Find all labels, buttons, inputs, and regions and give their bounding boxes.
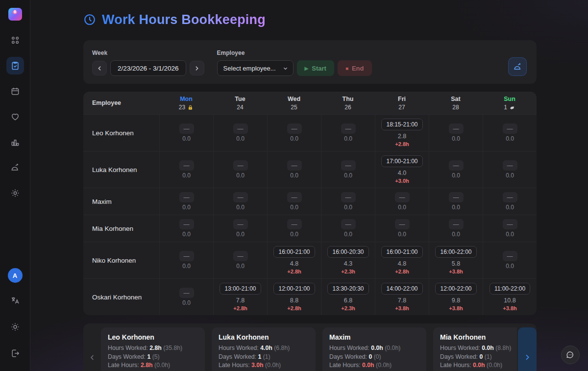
summary-employee-name: Maxim	[329, 333, 419, 341]
chat-button[interactable]	[561, 346, 580, 364]
shift-hours: 0.0	[506, 135, 514, 142]
sidebar-item-language[interactable]	[6, 292, 24, 309]
sidebar-item-bookkeeping[interactable]	[6, 57, 24, 74]
carousel-next-button[interactable]	[518, 327, 537, 371]
shift-time-chip[interactable]: 13:30-20:30	[327, 283, 368, 295]
sidebar-item-theme[interactable]	[6, 318, 24, 336]
shift-time-chip[interactable]: 17:00-21:00	[381, 155, 422, 167]
table-row: Leo Korhonen—0.0—0.0—0.0—0.018:15-21:002…	[83, 115, 537, 151]
prev-week-button[interactable]	[92, 61, 107, 75]
add-shift-chip[interactable]: —	[179, 124, 194, 134]
add-shift-chip[interactable]: —	[503, 219, 517, 229]
add-shift-chip[interactable]: —	[233, 251, 248, 261]
empty-shift-cell: —0.0	[159, 151, 213, 188]
shift-cell: 16:00-20:304.3+2.3h	[321, 242, 375, 278]
add-shift-chip[interactable]: —	[395, 192, 410, 202]
sidebar-item-schedule[interactable]	[6, 82, 24, 100]
sidebar-item-favorites[interactable]	[6, 108, 24, 125]
next-week-button[interactable]	[190, 61, 204, 75]
sidebar-item-reports[interactable]	[6, 133, 24, 151]
shift-time-chip[interactable]: 16:00-21:00	[381, 246, 422, 258]
hours-worked-line: Hours Worked: 0.0h (8.8h)	[440, 345, 517, 351]
add-shift-chip[interactable]: —	[233, 124, 248, 134]
shift-bonus-hours: +3.8h	[395, 305, 409, 311]
days-worked-line: Days Worked: 0 (0)	[329, 353, 419, 360]
carousel-prev-button[interactable]	[83, 327, 101, 371]
add-shift-chip[interactable]: —	[503, 124, 517, 134]
add-shift-chip[interactable]: —	[503, 192, 517, 202]
shift-time-chip[interactable]: 12:00-22:00	[435, 283, 476, 295]
add-shift-chip[interactable]: —	[233, 219, 248, 229]
add-shift-chip[interactable]: —	[449, 124, 464, 134]
add-shift-chip[interactable]: —	[503, 160, 517, 171]
add-shift-chip[interactable]: —	[341, 160, 356, 171]
shift-time-chip[interactable]: 14:00-22:00	[381, 283, 422, 295]
add-shift-chip[interactable]: —	[179, 192, 194, 202]
add-shift-chip[interactable]: —	[179, 219, 194, 229]
employee-name: Niko Korhonen	[83, 242, 159, 278]
clock-icon	[83, 13, 96, 26]
shift-time-chip[interactable]: 12:00-21:00	[273, 283, 315, 295]
add-shift-chip[interactable]: —	[287, 160, 302, 171]
add-shift-chip[interactable]: —	[287, 219, 302, 229]
app-logo[interactable]	[8, 8, 22, 21]
add-shift-chip[interactable]: —	[233, 160, 248, 171]
vacation-mode-button[interactable]	[508, 57, 527, 76]
summary-employee-name: Leo Korhonen	[108, 333, 198, 341]
empty-shift-cell: —0.0	[267, 215, 321, 242]
end-shift-button[interactable]: ■ End	[338, 60, 372, 76]
add-shift-chip[interactable]: —	[287, 124, 302, 134]
stop-icon: ■	[345, 66, 348, 71]
empty-shift-cell: —0.0	[159, 215, 213, 242]
shift-bonus-hours: +3.8h	[449, 269, 463, 274]
empty-shift-cell: —0.0	[159, 242, 213, 278]
sidebar-item-settings[interactable]	[6, 184, 24, 202]
late-hours-line: Late Hours: 0.0h (0.0h)	[440, 362, 517, 369]
shift-hours: 7.8	[236, 297, 245, 304]
employee-select[interactable]: Select employee...	[217, 60, 294, 76]
add-shift-chip[interactable]: —	[179, 160, 194, 171]
shift-hours: 0.0	[344, 172, 352, 179]
shift-time-chip[interactable]: 11:00-22:00	[490, 283, 530, 295]
end-label: End	[352, 65, 364, 72]
shift-hours: 0.0	[452, 204, 460, 211]
add-shift-chip[interactable]: —	[449, 160, 464, 171]
shift-cell: 12:00-21:008.8+2.8h	[267, 279, 321, 315]
week-field: Week 2/23/2026 - 3/1/2026	[92, 49, 204, 76]
add-shift-chip[interactable]: —	[233, 192, 248, 202]
shift-time-chip[interactable]: 13:00-21:00	[220, 283, 261, 295]
shift-hours: 0.0	[452, 172, 460, 179]
sidebar-item-logout[interactable]	[6, 345, 24, 362]
calendar-icon	[10, 86, 20, 96]
add-shift-chip[interactable]: —	[179, 251, 194, 261]
shift-cell: 13:30-20:306.8+2.3h	[321, 279, 375, 315]
user-avatar[interactable]: A	[8, 268, 23, 283]
empty-shift-cell: —0.0	[159, 279, 213, 315]
table-row: Luka Korhonen—0.0—0.0—0.0—0.017:00-21:00…	[83, 151, 537, 188]
add-shift-chip[interactable]: —	[503, 251, 517, 261]
table-body: Leo Korhonen—0.0—0.0—0.0—0.018:15-21:002…	[83, 115, 537, 315]
shift-time-chip[interactable]: 16:00-22:00	[435, 246, 476, 258]
add-shift-chip[interactable]: —	[341, 124, 356, 134]
add-shift-chip[interactable]: —	[341, 192, 356, 202]
shift-hours: 0.0	[452, 135, 460, 142]
add-shift-chip[interactable]: —	[449, 192, 464, 202]
empty-shift-cell: —0.0	[429, 151, 483, 188]
shift-cell: 18:15-21:002.8+2.8h	[375, 115, 429, 151]
add-shift-chip[interactable]: —	[179, 288, 194, 298]
sidebar-item-dashboard[interactable]	[6, 31, 24, 49]
day-header-fri: Fri27	[375, 92, 429, 114]
shift-time-chip[interactable]: 16:00-21:00	[273, 246, 315, 258]
add-shift-chip[interactable]: —	[395, 219, 410, 229]
shift-bonus-hours: +2.8h	[395, 269, 409, 274]
shift-time-chip[interactable]: 16:00-20:30	[327, 246, 368, 258]
week-range-display[interactable]: 2/23/2026 - 3/1/2026	[110, 60, 186, 76]
sun-icon	[10, 322, 20, 332]
shift-time-chip[interactable]: 18:15-21:00	[381, 119, 422, 130]
add-shift-chip[interactable]: —	[449, 219, 464, 229]
sidebar-item-vacations[interactable]	[6, 159, 24, 176]
add-shift-chip[interactable]: —	[287, 192, 302, 202]
start-shift-button[interactable]: ▶ Start	[297, 60, 334, 76]
add-shift-chip[interactable]: —	[341, 219, 356, 229]
shift-hours: 0.0	[182, 135, 191, 142]
